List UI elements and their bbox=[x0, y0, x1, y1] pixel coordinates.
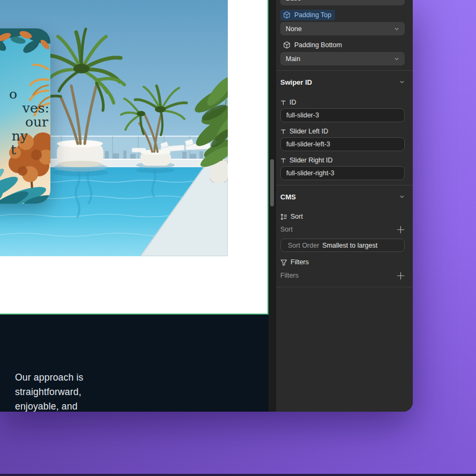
base-dropdown[interactable]: Base bbox=[280, 0, 405, 5]
desktop-background: o ves: our ny t Our approach is straight… bbox=[0, 0, 476, 476]
filters-add-row: Filters bbox=[280, 271, 405, 280]
padding-top-select[interactable]: None bbox=[280, 22, 405, 35]
phone-text-fragment: ves: bbox=[23, 101, 49, 115]
chevron-down-icon bbox=[394, 26, 399, 32]
padding-bottom-label-row: Padding Bottom bbox=[280, 40, 405, 50]
slider-right-id-label: Slider Right ID bbox=[280, 156, 405, 165]
padding-bottom-select[interactable]: Main bbox=[280, 52, 405, 65]
page-canvas[interactable]: o ves: our ny t Our approach is straight… bbox=[0, 0, 269, 412]
phone-text-fragment: ny bbox=[12, 129, 28, 143]
sort-icon bbox=[280, 213, 287, 220]
sort-group-label: Sort bbox=[280, 212, 405, 221]
divider bbox=[276, 287, 413, 287]
approach-text: Our approach is straightforward, enjoyab… bbox=[15, 370, 84, 412]
chevron-down-icon bbox=[394, 56, 399, 62]
padding-bottom-label[interactable]: Padding Bottom bbox=[280, 40, 346, 50]
phone-text-fragment: o bbox=[9, 87, 17, 101]
phone-text-fragment: our bbox=[25, 115, 48, 129]
slider-left-id-input[interactable] bbox=[280, 137, 405, 151]
chevron-down-icon[interactable] bbox=[399, 79, 405, 85]
id-field-label: ID bbox=[280, 98, 405, 107]
filters-group-label: Filters bbox=[280, 258, 405, 266]
hero-section[interactable]: o ves: our ny t bbox=[0, 0, 269, 314]
id-input[interactable] bbox=[280, 108, 405, 122]
padding-top-label-row: Padding Top bbox=[280, 10, 405, 20]
cube-icon bbox=[283, 11, 291, 19]
approach-section[interactable]: Our approach is straightforward, enjoyab… bbox=[0, 315, 269, 412]
sort-add-row: Sort bbox=[280, 225, 405, 234]
text-icon bbox=[280, 100, 286, 106]
editor-window: o ves: our ny t Our approach is straight… bbox=[0, 0, 413, 412]
swiper-id-section-header[interactable]: Swiper ID bbox=[280, 77, 405, 87]
divider bbox=[276, 185, 413, 185]
phone-mockup-card[interactable]: o ves: our ny t bbox=[0, 28, 50, 204]
slider-right-id-input[interactable] bbox=[280, 166, 405, 180]
canvas-scrollbar-thumb[interactable] bbox=[270, 159, 274, 206]
text-icon bbox=[280, 129, 286, 135]
plus-icon[interactable] bbox=[397, 272, 405, 280]
plus-icon[interactable] bbox=[397, 226, 405, 234]
properties-panel: Base Padding Top None bbox=[276, 0, 413, 412]
phone-text-fragment: t bbox=[11, 143, 16, 157]
canvas-scrollbar-track[interactable] bbox=[269, 0, 276, 412]
chevron-down-icon[interactable] bbox=[399, 194, 405, 199]
slider-left-id-label: Slider Left ID bbox=[280, 127, 405, 136]
text-icon bbox=[280, 158, 286, 163]
divider bbox=[276, 70, 413, 71]
cube-icon bbox=[283, 41, 291, 49]
base-dropdown-value: Base bbox=[286, 0, 399, 2]
padding-top-label[interactable]: Padding Top bbox=[280, 10, 335, 20]
cms-section-header[interactable]: CMS bbox=[280, 191, 405, 202]
funnel-icon bbox=[280, 259, 287, 266]
sort-order-field[interactable]: Sort Order Smallest to largest bbox=[280, 239, 405, 252]
desktop-bottom-edge bbox=[0, 474, 476, 476]
